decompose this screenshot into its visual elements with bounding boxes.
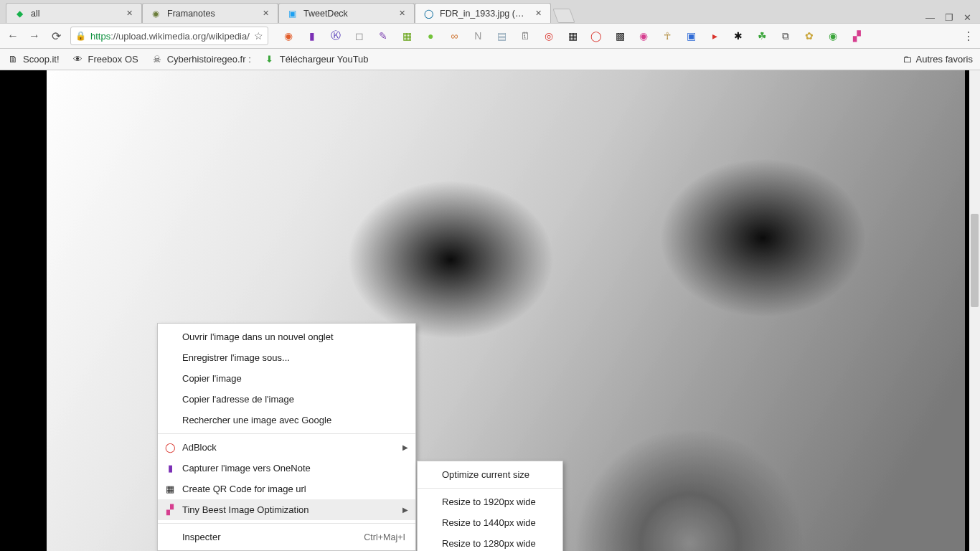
vertical-scrollbar[interactable] [969, 70, 980, 551]
bookmark-icon: ☠ [151, 54, 163, 65]
separator [158, 433, 415, 434]
new-tab-button[interactable] [552, 9, 575, 23]
ctx-label: Resize to 1920px wide [442, 496, 536, 507]
extension-icon[interactable]: ✎ [377, 30, 390, 42]
toolbar: ← → ⟳ 🔒 https://upload.wikimedia.org/wik… [0, 23, 980, 49]
context-submenu: Optimize current size Resize to 1920px w… [417, 461, 563, 551]
ctx-label: Rechercher une image avec Google [182, 415, 331, 425]
bookmark-item[interactable]: 👁Freebox OS [72, 54, 138, 65]
sub-resize[interactable]: Resize to 1440px wide [418, 512, 562, 533]
window-controls: — ❐ ✕ [925, 8, 980, 23]
extension-icon[interactable]: ▦ [567, 30, 579, 42]
scrollbar-thumb[interactable] [971, 214, 979, 307]
ctx-label: Create QR Code for image url [182, 484, 306, 494]
extension-icon[interactable]: ● [425, 30, 437, 42]
address-bar[interactable]: 🔒 https://upload.wikimedia.org/wikipedia… [70, 27, 268, 45]
extension-icon[interactable]: N [472, 30, 484, 42]
ctx-qr-code[interactable]: ▦ Create QR Code for image url [158, 479, 415, 499]
extension-icon[interactable]: ◉ [283, 30, 295, 42]
extension-icon[interactable]: ▤ [496, 30, 508, 42]
tab[interactable]: ◆ all ✕ [6, 3, 142, 23]
close-icon[interactable]: ✕ [397, 9, 407, 19]
ctx-shortcut: Ctrl+Maj+I [364, 532, 405, 542]
extension-icon[interactable]: ☘ [756, 30, 768, 42]
sub-optimize-current[interactable]: Optimize current size [418, 464, 562, 485]
extension-icon[interactable]: ✱ [732, 30, 745, 42]
ctx-onenote[interactable]: ▮ Capturer l'image vers OneNote [158, 458, 415, 479]
tab-strip: ◆ all ✕ ◉ Framanotes ✕ ▣ TweetDeck ✕ ◯ F… [0, 0, 980, 23]
separator [158, 523, 415, 524]
extension-icon[interactable]: ▮ [306, 30, 319, 42]
extension-icon[interactable]: ▸ [709, 30, 721, 42]
extension-icon[interactable]: 🗓 [519, 30, 532, 42]
context-menu: Ouvrir l'image dans un nouvel onglet Enr… [157, 323, 416, 551]
favicon-icon: ▣ [286, 8, 298, 19]
browser-chrome: ◆ all ✕ ◉ Framanotes ✕ ▣ TweetDeck ✕ ◯ F… [0, 0, 980, 70]
ctx-open-new-tab[interactable]: Ouvrir l'image dans un nouvel onglet [158, 326, 415, 347]
extension-icon[interactable]: ◯ [590, 30, 603, 42]
extension-icon[interactable]: ▩ [614, 30, 626, 42]
ctx-label: Inspecter [182, 532, 220, 542]
close-icon[interactable]: ✕ [124, 9, 134, 19]
bookmarks-bar: 🗎Scoop.it! 👁Freebox OS ☠Cyberhistoiregeo… [0, 49, 980, 70]
extension-icon[interactable]: ▣ [685, 30, 697, 42]
tab-active[interactable]: ◯ FDR_in_1933.jpg (2500 ✕ [415, 3, 551, 23]
back-button[interactable]: ← [6, 29, 20, 43]
chrome-menu-icon[interactable]: ⋮ [963, 29, 974, 43]
other-bookmarks[interactable]: 🗀Autres favoris [903, 54, 973, 65]
onenote-icon: ▮ [164, 462, 176, 475]
ctx-inspect[interactable]: Inspecter Ctrl+Maj+I [158, 527, 415, 547]
bookmark-label: Freebox OS [88, 54, 138, 65]
folder-icon: 🗀 [903, 54, 912, 65]
maximize-icon[interactable]: ❐ [945, 12, 953, 23]
tab[interactable]: ▣ TweetDeck ✕ [278, 3, 415, 23]
submenu-arrow-icon: ▶ [402, 443, 408, 451]
ctx-label: Enregistrer l'image sous... [182, 352, 290, 363]
extension-icon[interactable]: ✿ [804, 30, 816, 42]
ctx-label: Resize to 1280px wide [442, 538, 536, 549]
bookmark-label: Scoop.it! [23, 54, 60, 65]
extension-icon[interactable]: ▦ [401, 30, 413, 42]
ctx-copy-image-url[interactable]: Copier l'adresse de l'image [158, 389, 415, 410]
favicon-icon: ◆ [14, 8, 25, 19]
bookmark-item[interactable]: ⬇Téléchargeur YouTub [264, 54, 369, 65]
ctx-save-image[interactable]: Enregistrer l'image sous... [158, 347, 415, 368]
other-bookmarks-label: Autres favoris [916, 54, 973, 65]
tab[interactable]: ◉ Framanotes ✕ [142, 3, 278, 23]
extension-icon[interactable]: ∞ [448, 30, 461, 42]
bookmark-label: Téléchargeur YouTub [280, 54, 369, 65]
favicon-icon: ◉ [150, 8, 161, 19]
bookmark-star-icon[interactable]: ☆ [254, 30, 263, 42]
extension-icon[interactable]: ▞ [851, 30, 863, 42]
ctx-adblock[interactable]: ◯ AdBlock ▶ [158, 437, 415, 458]
adblock-icon: ◯ [164, 441, 176, 454]
close-window-icon[interactable]: ✕ [963, 12, 971, 23]
minimize-icon[interactable]: — [925, 12, 935, 23]
bookmark-icon: 🗎 [7, 54, 19, 65]
separator [418, 488, 562, 489]
bookmark-item[interactable]: ☠Cyberhistoiregeo.fr : [151, 54, 251, 65]
ctx-label: Resize to 1440px wide [442, 517, 536, 528]
extension-icon[interactable]: ◉ [827, 30, 839, 42]
extension-icon[interactable]: ◎ [543, 30, 555, 42]
ctx-copy-image[interactable]: Copier l'image [158, 368, 415, 389]
extension-icon[interactable]: ◉ [638, 30, 650, 42]
sub-resize[interactable]: Resize to 1280px wide [418, 533, 562, 551]
bookmark-icon: 👁 [72, 54, 84, 65]
extension-icon[interactable]: Ⓚ [330, 30, 342, 42]
tab-title: all [31, 9, 118, 19]
sub-resize[interactable]: Resize to 1920px wide [418, 491, 562, 512]
extension-icon[interactable]: ⧉ [780, 30, 792, 42]
tab-title: Framanotes [167, 9, 255, 19]
page-viewport: Ouvrir l'image dans un nouvel onglet Enr… [0, 70, 980, 551]
extension-icon[interactable]: ◻ [354, 30, 366, 42]
extension-icon[interactable]: ☥ [661, 30, 674, 42]
ctx-tiny-beest[interactable]: ▞ Tiny Beest Image Optimization ▶ [158, 499, 415, 520]
close-icon[interactable]: ✕ [260, 9, 270, 19]
bookmark-label: Cyberhistoiregeo.fr : [167, 54, 251, 65]
reload-button[interactable]: ⟳ [49, 29, 63, 43]
bookmark-item[interactable]: 🗎Scoop.it! [7, 54, 60, 65]
ctx-search-image[interactable]: Rechercher une image avec Google [158, 410, 415, 430]
close-icon[interactable]: ✕ [533, 9, 543, 19]
forward-button[interactable]: → [27, 29, 42, 43]
